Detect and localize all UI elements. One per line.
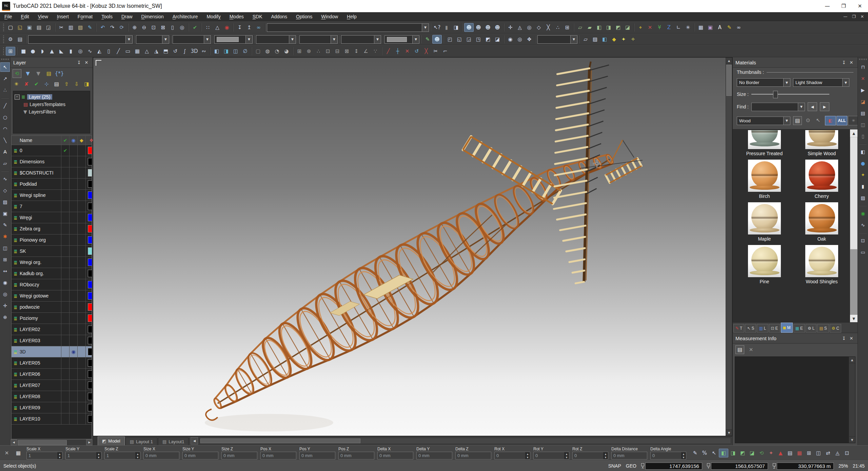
visibility-cell[interactable] (69, 324, 77, 335)
layer-row[interactable]: ≣LAYER09 (11, 402, 92, 413)
restore-button[interactable]: ❐ (835, 0, 852, 12)
layer-row[interactable]: ≣LAYER03 (11, 335, 92, 346)
globe-tool-icon[interactable]: ◉ (858, 209, 868, 218)
color-swatch[interactable] (88, 169, 92, 177)
field-input[interactable]: 0 mm (143, 452, 179, 459)
visibility-cell[interactable] (69, 201, 77, 212)
scroll-up-icon[interactable]: ▲ (849, 357, 855, 363)
delete-layer-icon[interactable]: ✘ (23, 80, 31, 88)
color-cell[interactable] (85, 179, 92, 189)
snap-middle-icon[interactable]: ◬ (515, 23, 525, 32)
lock-cell[interactable] (77, 302, 85, 312)
bool-intersect-icon[interactable]: ◫ (231, 47, 240, 56)
mirror-copy-icon[interactable]: ⊠ (342, 47, 352, 56)
active-check-cell[interactable] (61, 279, 69, 290)
layer-hscrollbar[interactable]: ◀ ▶ (11, 439, 93, 445)
menu-dimension[interactable]: Dimension (137, 12, 168, 21)
material-thumbnail[interactable]: Cherry (795, 160, 848, 199)
spline-tool-icon[interactable]: ∿ (0, 174, 10, 184)
layer-row[interactable]: ≣Wregi spline (11, 190, 92, 201)
material-thumbnail[interactable]: Pressure Treated (738, 130, 791, 156)
block-tool-icon[interactable]: ◫ (0, 243, 10, 253)
material-thumbnail[interactable]: Wood Shingles (795, 245, 848, 284)
new-layer-icon[interactable]: ✳ (13, 80, 20, 88)
field-input[interactable]: 0 mm (299, 452, 335, 459)
color-cell[interactable] (85, 380, 92, 391)
active-check-cell[interactable] (61, 413, 69, 424)
material-thumbnail[interactable]: Pine (738, 245, 791, 284)
color-cell[interactable] (85, 324, 92, 335)
measure-angle-icon[interactable]: ∠ (361, 47, 371, 56)
polyline-3d-icon[interactable]: ╱ (114, 47, 123, 56)
pen-style-icon[interactable]: ▤ (15, 35, 25, 44)
render-wire-icon[interactable]: ▱ (581, 35, 590, 44)
canvas-hscrollbar[interactable] (199, 438, 731, 444)
check-column-icon[interactable]: ✔ (61, 136, 69, 145)
material-find-icon[interactable]: ⊙ (804, 116, 812, 124)
layer-row[interactable]: ≣LAYER06 (11, 369, 92, 380)
color-cell[interactable] (85, 212, 92, 223)
move-down-icon[interactable]: ⇩ (73, 80, 81, 88)
break-tool-icon[interactable]: ✕ (858, 74, 868, 83)
material-thumbnail[interactable]: Simple Wood (795, 130, 848, 156)
color-swatch[interactable] (88, 259, 92, 266)
layer-row[interactable]: ≣Dimensions (11, 156, 92, 167)
layer-combo[interactable]: ▼ (28, 35, 133, 44)
active-check-cell[interactable] (61, 156, 69, 167)
hemisphere-3d-icon[interactable]: ◗ (38, 47, 47, 56)
visibility-cell[interactable] (69, 413, 77, 424)
color-swatch[interactable] (88, 214, 92, 221)
collapse-icon[interactable]: − (15, 95, 20, 100)
refresh-layers-icon[interactable]: ⟲ (13, 69, 21, 78)
sphere-3d-icon[interactable]: ● (28, 47, 38, 56)
wedge-3d-icon[interactable]: ◣ (57, 47, 66, 56)
helix-3d-icon[interactable]: ∿ (85, 47, 95, 56)
z-coordinate[interactable]: Z330,977663 m (773, 463, 834, 470)
color-swatch[interactable] (88, 359, 92, 367)
select-rect-icon[interactable]: ▭ (858, 247, 868, 257)
pick-tool-icon[interactable]: ▶ (858, 85, 868, 95)
color-swatch[interactable] (88, 180, 92, 188)
measure-table-icon[interactable]: ▤ (735, 345, 744, 354)
fill-mode-icon[interactable]: ◉ (222, 23, 232, 32)
active-check-cell[interactable] (61, 302, 69, 312)
layer-row[interactable]: ≣LAYER02 (11, 324, 92, 335)
menu-tools[interactable]: Tools (97, 12, 117, 21)
spinner[interactable]: ▲▼ (603, 452, 608, 459)
lock-cell[interactable] (77, 413, 85, 424)
visibility-cell[interactable] (69, 212, 77, 223)
visibility-cell[interactable] (69, 279, 77, 290)
layer-tree[interactable]: −≣Layer (25)▤LayersTemplates▼LayersFilte… (13, 91, 90, 134)
field-input[interactable]: 0 mm (182, 452, 218, 459)
pick-mode-icon[interactable]: ↖ (709, 449, 719, 457)
scroll-down-icon[interactable]: ▼ (850, 315, 857, 322)
facet-deform-icon[interactable]: ◕ (282, 47, 291, 56)
brush-color-combo[interactable]: ▼ (384, 35, 419, 44)
close-button[interactable]: ✕ (852, 0, 868, 12)
layer-row[interactable]: ≣0✔ (11, 145, 92, 156)
visibility-cell[interactable] (69, 246, 77, 257)
spell-check-icon[interactable]: ✔ (190, 23, 200, 32)
render-user-1-icon[interactable]: ☻ (464, 23, 474, 32)
camera-tool-icon[interactable]: ◉ (0, 278, 10, 287)
color-swatch[interactable] (88, 326, 92, 333)
doc-tab-layout1[interactable]: ▤Layout1 (158, 437, 189, 445)
sel-2d-icon[interactable]: ◧ (719, 449, 728, 457)
tree-item-layersfilters[interactable]: ▼LayersFilters (23, 108, 88, 116)
bool-add-icon[interactable]: ◧ (212, 47, 221, 56)
active-check-cell[interactable] (61, 357, 69, 368)
active-check-cell[interactable] (61, 190, 69, 201)
rod-3d-icon[interactable]: ▯ (104, 47, 114, 56)
snap-toggle[interactable]: SNAP (608, 463, 621, 469)
redo-list-icon[interactable]: ⟳ (117, 23, 126, 32)
lock-cell[interactable] (77, 268, 85, 279)
zoom-tool-icon[interactable]: ⊕ (0, 312, 10, 322)
layer-row[interactable]: ≣LAYER10 (11, 413, 92, 425)
ucs-icon[interactable]: ⌖ (636, 23, 645, 32)
prism-3d-icon[interactable]: ◭ (95, 47, 104, 56)
visibility-cell[interactable] (69, 402, 77, 413)
active-check-cell[interactable] (61, 223, 69, 234)
x-coordinate[interactable]: X1747,639156 (641, 463, 702, 470)
render-sphere-icon[interactable]: ● (858, 159, 868, 168)
text-tool-icon[interactable]: A (0, 147, 10, 157)
